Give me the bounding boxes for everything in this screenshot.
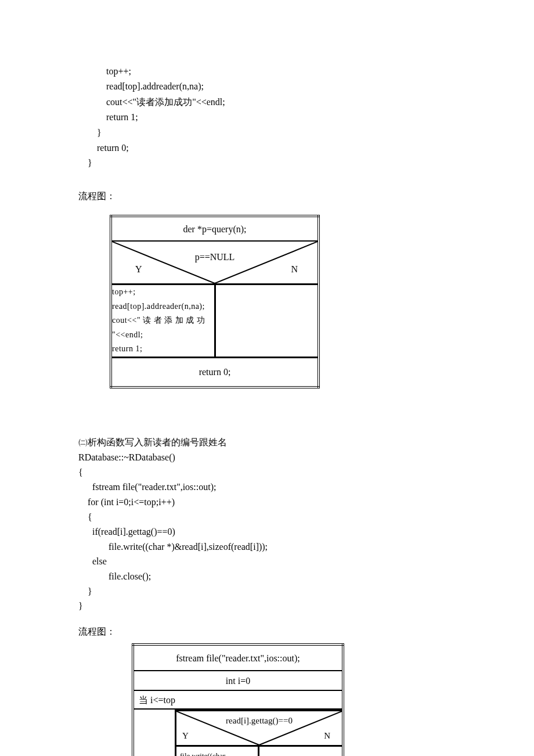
section-2: ㈡析构函数写入新读者的编号跟姓名 RDatabase::~RDatabase()… bbox=[78, 435, 456, 614]
code-line: } bbox=[78, 158, 92, 168]
flow2-y-label: Y bbox=[182, 729, 189, 743]
code-line: if(read[i].gettag()==0) bbox=[78, 527, 175, 537]
flow1-bottom: return 0; bbox=[111, 357, 319, 387]
code-line: return 0; bbox=[78, 143, 129, 153]
code-line: else bbox=[78, 556, 107, 566]
code-line: file.write((char *)&read[i],sizeof(read[… bbox=[78, 542, 268, 552]
code-line: top++; bbox=[78, 66, 131, 76]
code-line: { bbox=[78, 512, 92, 522]
flow1-y-line: top++; bbox=[112, 285, 214, 300]
flow1-cond-text: p==NULL bbox=[112, 250, 317, 265]
flow2-n-label: N bbox=[324, 729, 330, 743]
flow1-y-line: "<<endl; bbox=[112, 328, 214, 343]
flowchart-heading-1: 流程图： bbox=[78, 189, 456, 204]
flow2-cond-text: read[i].gettag()==0 bbox=[176, 714, 342, 728]
flow2-init: int i=0 bbox=[133, 671, 343, 690]
flow1-condition: p==NULL Y N bbox=[111, 241, 319, 285]
flow1-top: der *p=query(n); bbox=[111, 216, 319, 241]
code-line: RDatabase::~RDatabase() bbox=[78, 452, 175, 462]
flow1-branch-n bbox=[215, 285, 317, 357]
flow2-condition: read[i].gettag()==0 Y N bbox=[176, 711, 342, 746]
flow1-y-line: return 1; bbox=[112, 342, 214, 357]
flow2-loop: 当 i<=top bbox=[133, 690, 343, 709]
code-line: return 1; bbox=[78, 112, 138, 122]
flow1-y-line: cout<<" 读 者 添 加 成 功 bbox=[112, 314, 214, 328]
code-line: cout<<"读者添加成功"<<endl; bbox=[78, 97, 225, 107]
code-line: read[top].addreader(n,na); bbox=[78, 81, 204, 91]
code-line: } bbox=[78, 128, 102, 138]
code-line: { bbox=[78, 467, 83, 477]
flowchart-heading-2: 流程图： bbox=[78, 624, 456, 639]
flow1-branch-y: top++; read[top].addreader(n,na); cout<<… bbox=[112, 285, 215, 357]
sec2-title: ㈡析构函数写入新读者的编号跟姓名 bbox=[78, 435, 456, 450]
flowchart-1: der *p=query(n); p==NULL Y N top++; read… bbox=[110, 215, 320, 388]
code-line: for (int i=0;i<=top;i++) bbox=[78, 497, 175, 507]
flow1-y-label: Y bbox=[135, 262, 142, 277]
flowchart-2: fstream file("reader.txt",ios::out); int… bbox=[132, 643, 344, 756]
flow2-branch-n: file.close(); bbox=[259, 746, 342, 756]
flow2-top: fstream file("reader.txt",ios::out); bbox=[133, 645, 343, 671]
code-line: fstream file("reader.txt",ios::out); bbox=[78, 482, 216, 492]
code-line: } bbox=[78, 601, 83, 611]
code-block-1: top++; read[top].addreader(n,na); cout<<… bbox=[78, 64, 456, 171]
flow2-branch-y: file.write((char *)&read[i],sizeof(rea bbox=[176, 746, 259, 756]
code-line: file.close(); bbox=[78, 571, 151, 581]
code-line: } bbox=[78, 586, 92, 596]
flow1-n-label: N bbox=[291, 262, 298, 277]
flow1-y-line: read[top].addreader(n,na); bbox=[112, 300, 214, 314]
flow2-y-line: file.write((char bbox=[180, 750, 254, 756]
